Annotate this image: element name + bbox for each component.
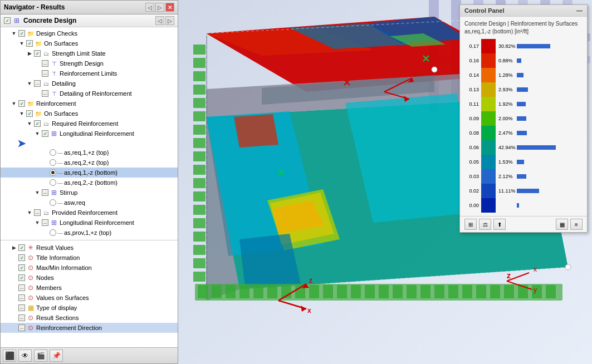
cb-detailing-reinf[interactable]	[42, 90, 48, 97]
cd-expand-btn[interactable]: ▷	[165, 16, 174, 25]
radio-1[interactable]	[50, 149, 56, 156]
cb-on-surfaces-1[interactable]	[26, 40, 33, 47]
tree-item-asw-req[interactable]: — asw,req	[1, 198, 178, 208]
cb-result-sections[interactable]	[18, 314, 25, 321]
cb-prov-reinf[interactable]	[34, 209, 41, 216]
cp-minimize-btn[interactable]: —	[576, 7, 583, 14]
cb-stirrup[interactable]	[42, 189, 48, 196]
expand-design-checks[interactable]	[11, 30, 17, 37]
navigator-title: Navigator - Results	[4, 3, 65, 11]
expand-on-surfaces-2[interactable]	[18, 110, 25, 117]
cb-nodes[interactable]	[18, 274, 25, 281]
tree-container[interactable]: 📁 Design Checks 📁 On Surfaces 🗂 Strength…	[1, 27, 178, 347]
icon-req-reinf: 🗂	[42, 120, 51, 127]
expand-on-surfaces-1[interactable]	[18, 40, 25, 47]
tree-item-detailing-reinf[interactable]: ⊤ Detailing of Reinforcement	[1, 88, 178, 99]
svg-rect-74	[193, 218, 206, 228]
legend-val-5: 0.09	[464, 111, 480, 126]
concrete-design-checkbox[interactable]	[4, 17, 11, 24]
expand-stirrup[interactable]	[34, 189, 41, 196]
radio-as-prov[interactable]	[50, 229, 56, 236]
radio-3[interactable]	[50, 169, 56, 176]
tree-item-radio-3[interactable]: — as,req,1,-z (bottom)	[1, 168, 178, 178]
radio-asw[interactable]	[50, 199, 56, 206]
toolbar-eye-btn[interactable]: 👁	[18, 350, 32, 362]
tree-item-reinf-limits[interactable]: ⊤ Reinforcement Limits	[1, 68, 178, 78]
tree-item-result-sections[interactable]: ⊙ Result Sections	[1, 313, 178, 323]
tree-item-strength-design[interactable]: ⊤ Strength Design	[1, 58, 178, 68]
tree-item-long-reinf-1[interactable]: ⊞ Longitudinal Reinforcement	[1, 129, 178, 139]
cb-members[interactable]	[18, 284, 25, 291]
tree-item-design-checks[interactable]: 📁 Design Checks	[1, 28, 178, 38]
cb-design-checks[interactable]	[18, 30, 25, 37]
tree-item-result-values[interactable]: ✳ Result Values	[1, 243, 178, 253]
toolbar-select-btn[interactable]: ⬛	[3, 350, 16, 362]
tree-item-radio-1[interactable]: — as,req,1,+z (top)	[1, 147, 178, 158]
bar-11	[517, 203, 519, 208]
nav-arrow-btn[interactable]: ▷	[155, 3, 164, 12]
concrete-design-icon: ⊞	[14, 17, 19, 24]
tree-item-prov-reinf[interactable]: 🗂 Provided Reinforcement	[1, 208, 178, 218]
tree-item-title-info[interactable]: ⊙ Title Information	[1, 253, 178, 263]
expand-long-reinf-1[interactable]	[34, 130, 41, 137]
cd-collapse-btn[interactable]: ◁	[155, 16, 164, 25]
cb-reinf-limits[interactable]	[42, 70, 48, 77]
tree-item-reinforcement[interactable]: 📁 Reinforcement	[1, 99, 178, 109]
expand-long-reinf-2[interactable]	[34, 219, 41, 226]
svg-text:x: x	[307, 307, 311, 314]
cp-table-btn[interactable]: ⊞	[464, 219, 477, 230]
tree-item-detailing[interactable]: 🗂 Detailing	[1, 78, 178, 88]
tree-item-maxmin-info[interactable]: ⊙ Max/Min Information	[1, 263, 178, 273]
expand-maxmin-info	[11, 264, 17, 271]
cb-maxmin-info[interactable]	[18, 264, 25, 271]
tree-item-req-reinf[interactable]: 🗂 Required Reinforcement	[1, 119, 178, 129]
radio-4[interactable]	[50, 179, 56, 186]
concrete-design-label: Concrete Design	[23, 17, 76, 24]
cb-result-values[interactable]	[18, 244, 25, 251]
cb-req-reinf[interactable]	[34, 120, 41, 127]
cb-on-surfaces-2[interactable]	[26, 110, 33, 117]
radio-2[interactable]	[50, 159, 56, 166]
cp-grid-btn[interactable]: ▦	[556, 219, 568, 230]
toolbar-camera-btn[interactable]: 🎬	[34, 350, 47, 362]
tree-item-nodes[interactable]: ⊙ Nodes	[1, 273, 178, 283]
tree-item-members[interactable]: ⊙ Members	[1, 283, 178, 293]
cp-export-btn[interactable]: ⬆	[493, 219, 506, 230]
cb-values-surfaces[interactable]	[18, 294, 25, 301]
cp-scale-btn[interactable]: ⚖	[479, 219, 491, 230]
expand-strength-limit[interactable]	[26, 50, 33, 57]
svg-rect-51	[420, 285, 430, 298]
tree-item-values-surfaces[interactable]: ⊙ Values on Surfaces	[1, 293, 178, 303]
expand-detailing[interactable]	[26, 80, 33, 87]
expand-prov-reinf[interactable]	[26, 209, 33, 216]
nav-pin-btn[interactable]: ◁	[145, 3, 154, 12]
expand-result-values[interactable]	[11, 244, 17, 251]
cb-reinf-direction[interactable]	[18, 324, 25, 331]
svg-rect-40	[267, 285, 277, 298]
cp-list-btn[interactable]: ≡	[570, 219, 583, 230]
cb-type-display[interactable]	[18, 304, 25, 311]
cb-detailing[interactable]	[34, 80, 41, 87]
cb-title-info[interactable]	[18, 254, 25, 261]
expand-reinforcement[interactable]	[11, 100, 17, 107]
tree-item-radio-2[interactable]: — as,req,2,+z (top)	[1, 158, 178, 168]
cb-strength-design[interactable]	[42, 60, 48, 67]
tree-item-as-prov[interactable]: — as,prov,1,+z (top)	[1, 228, 178, 238]
cb-long-reinf-1[interactable]	[42, 130, 48, 137]
tree-item-reinf-direction[interactable]: ⊙ Reinforcement Direction	[1, 323, 178, 333]
toolbar-pin-btn[interactable]: 📌	[50, 350, 63, 362]
expand-req-reinf[interactable]	[26, 120, 33, 127]
nav-close-btn[interactable]: ✕	[165, 3, 174, 12]
cb-strength-limit[interactable]	[34, 50, 41, 57]
cp-bottom-icons: ⊞ ⚖ ⬆ ▦ ≡	[460, 216, 587, 232]
tree-item-strength-limit[interactable]: 🗂 Strength Limit State	[1, 48, 178, 58]
tree-item-long-reinf-2[interactable]: ⊞ Longitudinal Reinforcement	[1, 218, 178, 228]
tree-item-on-surfaces-2[interactable]: 📁 On Surfaces	[1, 109, 178, 119]
tree-item-radio-4[interactable]: — as,req,2,-z (bottom)	[1, 178, 178, 188]
cb-reinforcement[interactable]	[18, 100, 25, 107]
bar-9	[517, 174, 526, 179]
tree-item-on-surfaces-1[interactable]: 📁 On Surfaces	[1, 38, 178, 48]
tree-item-stirrup[interactable]: ⊞ Stirrup	[1, 188, 178, 198]
cb-long-reinf-2[interactable]	[42, 219, 48, 226]
tree-item-type-display[interactable]: ▦ Type of display	[1, 303, 178, 313]
